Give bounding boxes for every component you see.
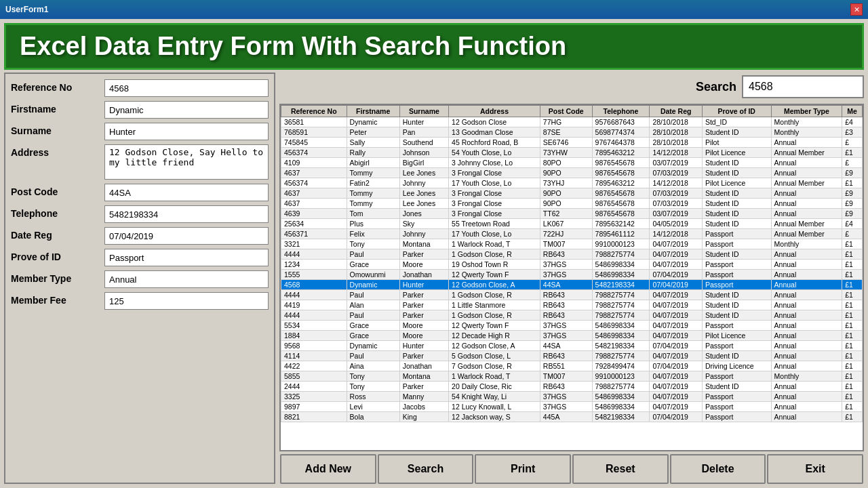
datereg-input[interactable] [104, 227, 269, 245]
table-row[interactable]: 4639TomJones3 Frongal CloseTT62987654567… [281, 209, 863, 219]
table-cell: Student ID [702, 219, 771, 229]
table-cell: 5486998334 [592, 402, 650, 412]
table-cell: 3325 [281, 392, 347, 402]
table-row[interactable]: 4419AlanParker1 Little StanmoreRB6437988… [281, 300, 863, 310]
table-cell: 5 Godson Close, L [449, 351, 540, 361]
exit-button[interactable]: Exit [767, 454, 863, 484]
table-row[interactable]: 9897LeviJacobs12 Lucy Knowall, L37HGS548… [281, 402, 863, 412]
table-row[interactable]: 1555OmowunmiJonathan12 Qwerty Town F37HG… [281, 270, 863, 280]
surname-input[interactable] [104, 123, 269, 140]
right-panel: Search Reference NoFirstnameSurnameAddre… [279, 73, 864, 484]
table-cell: Student ID [702, 300, 771, 310]
memberfee-input[interactable] [104, 292, 269, 310]
table-row[interactable]: 4637TommyLee Jones3 Frongal Close90PO987… [281, 188, 863, 199]
table-cell: Dynamic [347, 341, 399, 351]
table-cell: 9876545678 [592, 188, 650, 199]
table-row[interactable]: 9568DynamicHunter12 Godson Close, A44SA5… [281, 341, 863, 351]
address-input[interactable] [104, 144, 269, 180]
table-cell: 3 Frongal Close [449, 199, 540, 209]
ref-label: Reference No [11, 79, 99, 93]
table-cell: Passport [702, 371, 771, 382]
form-row-surname: Surname [11, 123, 269, 140]
table-cell: £4 [842, 219, 863, 229]
table-col-header: Post Code [540, 106, 592, 117]
table-cell: Student ID [702, 127, 771, 138]
table-cell: 12 Qwerty Town F [449, 270, 540, 280]
table-cell: 1 Warlock Road, T [449, 371, 540, 382]
table-row[interactable]: 4444PaulParker1 Godson Close, RRB6437988… [281, 249, 863, 260]
table-cell: 5482198334 [592, 341, 650, 351]
table-cell: 5855 [281, 371, 347, 382]
table-cell: Student ID [702, 168, 771, 178]
main-container: Excel Data Entry Form With Search Functi… [0, 19, 868, 488]
table-cell: £1 [842, 249, 863, 260]
table-row[interactable]: 4109AbigirlBigGirl3 Johnny Close, Lo80PO… [281, 158, 863, 168]
table-cell: 1234 [281, 260, 347, 270]
table-row[interactable]: 3321TonyMontana1 Warlock Road, TTM007991… [281, 239, 863, 249]
table-row[interactable]: 5534GraceMoore12 Qwerty Town F37HGS54869… [281, 321, 863, 331]
table-cell: Ross [347, 392, 399, 402]
table-cell: Annual [771, 158, 842, 168]
close-button[interactable]: ✕ [850, 3, 863, 16]
table-row[interactable]: 4444PaulParker1 Godson Close, RRB6437988… [281, 290, 863, 300]
telephone-input[interactable] [104, 205, 269, 223]
table-cell: Abigirl [347, 158, 399, 168]
table-row[interactable]: 1884GraceMoore12 Decade High R37HGS54869… [281, 331, 863, 341]
table-cell: Student ID [702, 310, 771, 321]
table-row[interactable]: 25634PlusSky55 Treetown RoadLK0677895632… [281, 219, 863, 229]
table-row[interactable]: 4568DynamicHunter12 Godson Close, A44SA5… [281, 280, 863, 290]
table-row[interactable]: 456374Fatin2Johnny17 Youth Close, Lo73YH… [281, 178, 863, 188]
table-cell: Lee Jones [399, 168, 448, 178]
form-row-datereg: Date Reg [11, 227, 269, 245]
table-cell: 14/12/2018 [650, 229, 703, 239]
add-new-button[interactable]: Add New [280, 454, 376, 484]
table-cell: 37HGS [540, 392, 592, 402]
table-row[interactable]: 4637TommyLee Jones3 Frongal Close90PO987… [281, 168, 863, 178]
table-col-header: Telephone [592, 106, 650, 117]
table-cell: Bola [347, 412, 399, 422]
search-input[interactable] [742, 75, 864, 98]
search-bar: Search [279, 73, 864, 101]
membertype-input[interactable] [104, 270, 269, 288]
firstname-input[interactable] [104, 101, 269, 119]
table-cell: Annual [771, 331, 842, 341]
table-cell: 90PO [540, 168, 592, 178]
proveid-input[interactable] [104, 249, 269, 266]
table-cell: Student ID [702, 249, 771, 260]
delete-button[interactable]: Delete [670, 454, 766, 484]
print-button[interactable]: Print [475, 454, 571, 484]
table-row[interactable]: 745845SallySouthend45 Rochford Road, BSE… [281, 138, 863, 148]
table-row[interactable]: 8821BolaKing12 Jackson way, S445A5482198… [281, 412, 863, 422]
table-row[interactable]: 1234GraceMoore19 Oshod Town R37HGS548699… [281, 260, 863, 270]
table-row[interactable]: 4444PaulParker1 Godson Close, RRB6437988… [281, 310, 863, 321]
table-cell: 4444 [281, 290, 347, 300]
table-cell: Annual [771, 280, 842, 290]
table-row[interactable]: 456374RallyJohnson54 Youth Close, Lo73YH… [281, 148, 863, 158]
table-row[interactable]: 4422AinaJonathan7 Godson Close, RRB55179… [281, 361, 863, 371]
table-row[interactable]: 4637TommyLee Jones3 Frongal Close90PO987… [281, 199, 863, 209]
table-cell: 4114 [281, 351, 347, 361]
postcode-input[interactable] [104, 184, 269, 201]
table-row[interactable]: 3325RossManny54 Knight Way, Li37HGS54869… [281, 392, 863, 402]
form-row-proveid: Prove of ID [11, 249, 269, 266]
reset-button[interactable]: Reset [572, 454, 669, 484]
table-cell: RB643 [540, 290, 592, 300]
table-cell: 3 Johnny Close, Lo [449, 158, 540, 168]
table-container[interactable]: Reference NoFirstnameSurnameAddressPost … [279, 104, 864, 451]
ref-input[interactable] [104, 79, 269, 97]
table-row[interactable]: 768591PeterPan13 Goodman Close87SE569877… [281, 127, 863, 138]
table-cell: 4444 [281, 310, 347, 321]
table-cell: £ [842, 158, 863, 168]
table-cell: Student ID [702, 290, 771, 300]
search-button[interactable]: Search [378, 454, 474, 484]
table-cell: 14/12/2018 [650, 178, 703, 188]
table-row[interactable]: 2444TonyParker20 Daily Close, RicRB64379… [281, 382, 863, 392]
table-row[interactable]: 4114PaulParker5 Godson Close, LRB6437988… [281, 351, 863, 361]
table-row[interactable]: 36581DynamicHunter12 Godson Close77HG957… [281, 117, 863, 127]
table-cell: 7988275774 [592, 310, 650, 321]
table-cell: 54 Youth Close, Lo [449, 148, 540, 158]
table-cell: Levi [347, 402, 399, 412]
table-row[interactable]: 5855TonyMontana1 Warlock Road, TTM007991… [281, 371, 863, 382]
table-cell: Annual [771, 168, 842, 178]
table-row[interactable]: 456371FelixJohnny17 Youth Close, Lo722HJ… [281, 229, 863, 239]
